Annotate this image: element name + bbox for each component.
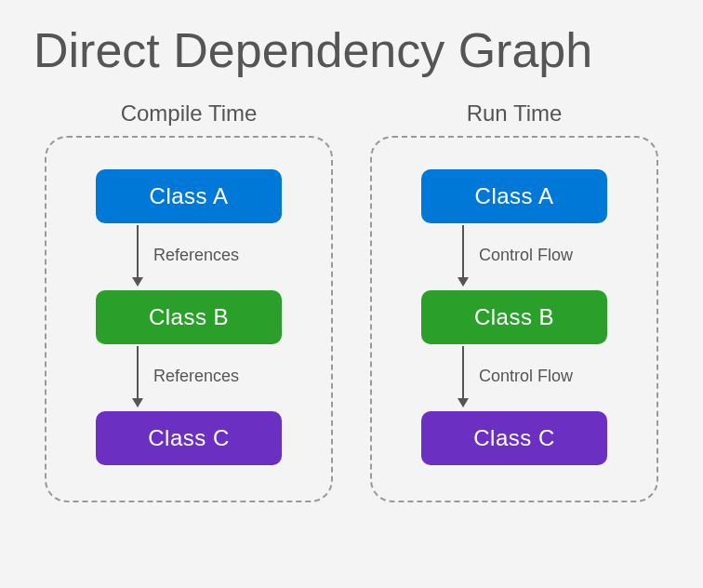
arrow-shaft — [137, 346, 139, 402]
arrow-shaft — [462, 346, 464, 402]
arrow-head-icon — [458, 277, 469, 287]
edge: Control Flow — [421, 223, 607, 290]
panel-compile-time: Compile Time Class A References Class B … — [45, 100, 333, 502]
panels-row: Compile Time Class A References Class B … — [33, 100, 670, 502]
edge-label: Control Flow — [479, 246, 573, 265]
edge-label: References — [153, 367, 239, 386]
node-class-b: Class B — [96, 290, 282, 344]
arrow-head-icon — [458, 398, 469, 408]
panel-title: Compile Time — [121, 100, 258, 127]
arrow-head-icon — [132, 277, 143, 287]
node-class-a: Class A — [96, 169, 282, 223]
panel-box: Class A Control Flow Class B Control Flo… — [370, 136, 658, 502]
diagram-title: Direct Dependency Graph — [33, 22, 670, 78]
edge-label: References — [153, 246, 239, 265]
node-class-c: Class C — [96, 411, 282, 465]
node-class-a: Class A — [421, 169, 607, 223]
node-class-c: Class C — [421, 411, 607, 465]
edge: References — [96, 223, 282, 290]
panel-run-time: Run Time Class A Control Flow Class B Co… — [370, 100, 658, 502]
edge: Control Flow — [421, 344, 607, 411]
panel-box: Class A References Class B References Cl… — [45, 136, 333, 502]
panel-title: Run Time — [467, 100, 563, 127]
arrow-head-icon — [132, 398, 143, 408]
edge-label: Control Flow — [479, 367, 573, 386]
arrow-shaft — [137, 225, 139, 281]
edge: References — [96, 344, 282, 411]
arrow-shaft — [462, 225, 464, 281]
node-class-b: Class B — [421, 290, 607, 344]
